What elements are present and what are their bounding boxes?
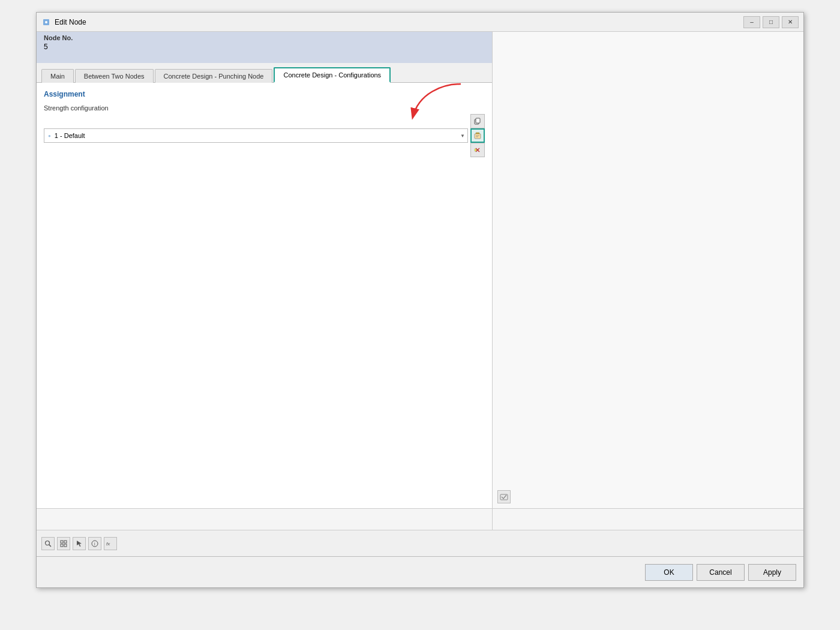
window-icon <box>41 17 51 27</box>
bottom-toolbar: i fx <box>37 530 803 556</box>
dropdown-value: 1 - Default <box>55 132 85 139</box>
annotation-arrow <box>383 83 491 123</box>
right-status-bar <box>493 508 803 530</box>
close-button[interactable]: ✕ <box>782 16 799 28</box>
cancel-button[interactable]: Cancel <box>697 564 745 581</box>
split-area: Main Between Two Nodes Concrete Design -… <box>37 63 803 530</box>
right-header-area <box>493 32 803 63</box>
left-status-bar <box>37 508 492 530</box>
tabs-bar: Main Between Two Nodes Concrete Design -… <box>37 63 492 83</box>
svg-point-13 <box>46 541 50 545</box>
svg-rect-15 <box>61 541 63 543</box>
left-panel: Main Between Two Nodes Concrete Design -… <box>37 63 493 530</box>
svg-rect-17 <box>61 544 63 547</box>
svg-line-14 <box>49 544 52 547</box>
tab-concrete-design-configurations[interactable]: Concrete Design - Configurations <box>274 67 391 83</box>
svg-line-8 <box>476 148 479 152</box>
svg-point-1 <box>45 21 47 23</box>
tab-between-two-nodes[interactable]: Between Two Nodes <box>75 69 154 83</box>
svg-text:fx: fx <box>106 541 110 547</box>
edit-node-window: Edit Node – □ ✕ Node No. 5 Main Between … <box>36 12 804 588</box>
svg-rect-3 <box>476 118 480 123</box>
svg-rect-16 <box>64 541 67 543</box>
tab-concrete-design-punching[interactable]: Concrete Design - Punching Node <box>155 69 273 83</box>
delete-btn[interactable] <box>470 143 485 157</box>
strength-config-label: Strength configuration <box>44 104 485 112</box>
strength-config-dropdown[interactable]: 1 - Default ▼ <box>44 128 468 143</box>
dropdown-arrow-icon: ▼ <box>460 133 465 139</box>
window-controls: – □ ✕ <box>743 16 799 28</box>
node-no-value: 5 <box>44 43 485 51</box>
fx-toolbar-btn[interactable]: fx <box>104 537 117 550</box>
node-no-label: Node No. <box>44 34 485 41</box>
assignment-section-title: Assignment <box>44 90 485 98</box>
search-toolbar-btn[interactable] <box>41 537 55 550</box>
tab-main[interactable]: Main <box>41 69 74 83</box>
svg-rect-10 <box>475 149 476 151</box>
right-panel-icon[interactable] <box>497 490 511 503</box>
svg-line-9 <box>476 148 479 152</box>
paste-btn[interactable] <box>470 128 485 143</box>
node-no-section: Node No. 5 <box>37 32 493 63</box>
ok-button[interactable]: OK <box>645 564 693 581</box>
grid-toolbar-btn[interactable] <box>57 537 70 550</box>
svg-rect-4 <box>476 133 479 134</box>
right-panel-content <box>493 63 803 485</box>
titlebar: Edit Node – □ ✕ <box>37 13 803 32</box>
svg-rect-2 <box>475 119 479 124</box>
svg-rect-5 <box>475 134 481 139</box>
main-content: Node No. 5 Main Between Two Nodes Concre… <box>37 32 803 587</box>
cursor-toolbar-btn[interactable] <box>73 537 86 550</box>
minimize-button[interactable]: – <box>743 16 760 28</box>
info-toolbar-btn[interactable]: i <box>88 537 101 550</box>
maximize-button[interactable]: □ <box>763 16 779 28</box>
window-title: Edit Node <box>55 18 743 26</box>
strength-config-row: 1 - Default ▼ <box>44 114 485 157</box>
right-panel-bottom <box>493 485 803 508</box>
icon-buttons-container <box>470 114 485 157</box>
svg-marker-19 <box>77 541 82 547</box>
apply-button[interactable]: Apply <box>748 564 796 581</box>
tab-content: Assignment Strength configuration 1 - De… <box>37 83 492 508</box>
svg-text:i: i <box>94 542 95 546</box>
copy-btn[interactable] <box>470 114 485 128</box>
dialog-buttons-area: OK Cancel Apply <box>37 556 803 587</box>
svg-rect-18 <box>64 544 67 547</box>
right-panel <box>493 63 803 530</box>
